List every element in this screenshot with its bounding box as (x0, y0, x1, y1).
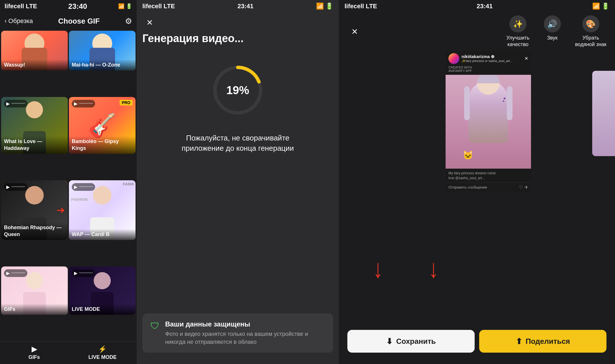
arrow-left: ↓ (373, 256, 383, 282)
generation-panel: lifecell LTE 23:41 📶 🔋 ✕ Генерация видео… (137, 0, 339, 364)
gif-item-wassup[interactable]: Wassup! (1, 31, 68, 71)
arrow-indicator: ➜ (56, 204, 65, 216)
close-icon-panel2: ✕ (146, 18, 153, 27)
live-tab-label: LIVE MODE (88, 354, 116, 360)
tool-sound[interactable]: 🔊 Звук (544, 15, 561, 48)
gif-label-wap: WAP — Cardi B (69, 229, 136, 240)
battery-panel1: 📶 🔋 (118, 3, 132, 9)
caption-area: My fairy princess dreams cometrue @sasha… (446, 169, 531, 183)
play-icon-bamboleo: ▶ 〰〰〰 (72, 100, 95, 107)
play-icon-queen: ▶ 〰〰〰 (4, 183, 27, 191)
tool-watermark[interactable]: 🎨 Убратьводяной знак (575, 15, 606, 48)
video-preview-card: nikiitakarizma ⊕ ✨fairy princess or sash… (446, 51, 531, 192)
enhance-icon: ✨ (509, 15, 526, 32)
username: nikiitakarizma ⊕ (462, 54, 522, 59)
avatarify-badge: CREATED WITHAVATARIFY APP (448, 65, 528, 73)
share-button[interactable]: ⬆ Поделиться (479, 330, 606, 353)
gif-grid: Wassup! Mai-ha-hi — O-Zone ▶ 〰〰〰 What is… (0, 30, 137, 341)
gif-label-maihahi: Mai-ha-hi — O-Zone (69, 59, 136, 71)
gif-item-queen[interactable]: ▶ 〰〰〰 ➜ Bohemian Rhapsody — Queen (1, 180, 68, 240)
generation-title: Генерация видео... (142, 32, 333, 45)
tab-live[interactable]: ⚡ LIVE MODE (68, 342, 137, 364)
gif-item-wap[interactable]: FASHI FASHION ▶ 〰〰〰 WAP — Cardi B (69, 180, 136, 240)
sound-label: Звук (547, 35, 557, 41)
close-button-panel2[interactable]: ✕ (142, 15, 157, 30)
video-content: 🐱 (446, 75, 531, 169)
back-label: Обрезка (8, 17, 33, 25)
gif-label-queen: Bohemian Rhapsody — Queen (1, 222, 68, 240)
security-box: 🛡 Ваши данные защищены Фото и видео хран… (142, 313, 333, 353)
preview-area: nikiitakarizma ⊕ ✨fairy princess or sash… (339, 48, 615, 324)
pro-badge: PRO (120, 100, 133, 106)
gifs-tab-icon: ▶ (32, 345, 37, 353)
status-bar-panel3: lifecell LTE 23:41 📶 🔋 (339, 0, 615, 13)
live-tab-icon: ⚡ (98, 345, 107, 353)
send-message-text: Отправить сообщение (448, 185, 487, 189)
caption-text: My fairy princess dreams cometrue @sasha… (448, 171, 528, 181)
nav-bar-panel1: ‹ Обрезка Choose GIF ⚙ (0, 13, 137, 30)
arrow-right: ↓ (429, 256, 438, 282)
gif-item-whatlove[interactable]: ▶ 〰〰〰 What is Love — Haddaway (1, 97, 68, 154)
choose-gif-panel: lifecell LTE 23:40 📶 🔋 ‹ Обрезка Choose … (0, 0, 137, 364)
play-icon-wap: ▶ 〰〰〰 (72, 183, 95, 191)
back-chevron-icon: ‹ (5, 17, 7, 25)
save-icon: ⬇ (386, 337, 393, 346)
carrier-panel3: lifecell LTE (345, 3, 377, 10)
play-icon-live: ▶ 〰〰〰 (72, 269, 95, 277)
icons-panel2: 📶 🔋 (316, 3, 333, 10)
carrier-panel1: lifecell LTE (5, 3, 37, 10)
page-title: Choose GIF (58, 17, 100, 26)
share-icon: ⬆ (516, 337, 522, 346)
play-icon-whatlove: ▶ 〰〰〰 (4, 100, 27, 107)
time-panel2: 23:41 (237, 3, 253, 10)
save-label: Сохранить (396, 337, 436, 346)
generation-subtitle: Пожалуйста, не сворачивайте приложение д… (142, 133, 333, 154)
watermark-label: Убратьводяной знак (575, 35, 606, 48)
cat-element: 🐱 (463, 150, 473, 160)
gear-icon[interactable]: ⚙ (125, 16, 132, 26)
user-avatar (448, 53, 459, 64)
tools-area: ✨ Улучшитькачество 🔊 Звук 🎨 Убратьводяно… (362, 15, 606, 48)
tab-gifs[interactable]: ▶ GIFs (0, 342, 68, 364)
result-panel: lifecell LTE 23:41 📶 🔋 ✕ ✨ Улучшитькачес… (339, 0, 615, 364)
subtitle-line2: приложение до конца генерации (182, 144, 294, 152)
gif-item-bamboleo[interactable]: 🎸 ▶ 〰〰〰 PRO Bamboléo — Gipsy Kings (69, 97, 136, 154)
play-icon-gifs: ▶ 〰〰〰 (4, 269, 27, 277)
icons-panel3: 📶 🔋 (592, 3, 609, 10)
action-buttons: ⬇ Сохранить ⬆ Поделиться (339, 324, 615, 364)
watermark-icon: 🎨 (582, 15, 599, 32)
gif-item-maihahi[interactable]: Mai-ha-hi — O-Zone (69, 31, 136, 71)
time-panel1: 23:40 (68, 2, 87, 11)
save-button[interactable]: ⬇ Сохранить (347, 330, 475, 353)
share-label: Поделиться (526, 337, 570, 346)
preview-card-partial (592, 71, 615, 156)
story-close-icon[interactable]: ✕ (524, 56, 528, 61)
status-bar-panel2: lifecell LTE 23:41 📶 🔋 (142, 0, 333, 13)
progress-container: 19% (212, 65, 263, 116)
shield-icon: 🛡 (150, 321, 159, 331)
back-button[interactable]: ‹ Обрезка (5, 17, 33, 25)
user-info: nikiitakarizma ⊕ ✨fairy princess or sash… (462, 54, 522, 63)
progress-circle: 19% (212, 65, 263, 116)
security-title: Ваши данные защищены (165, 320, 325, 328)
gifs-tab-label: GIFs (28, 354, 40, 360)
gif-label-gifs: GIFs (1, 304, 68, 315)
gif-item-gifs[interactable]: ▶ 〰〰〰 GIFs (1, 266, 68, 315)
subtitle-line1: Пожалуйста, не сворачивайте (186, 134, 290, 142)
progress-text: 19% (226, 84, 249, 97)
arrows-area: ↓ ↓ (373, 259, 438, 279)
send-message-bar[interactable]: Отправить сообщение ♡ ✈ (446, 183, 531, 192)
sound-icon: 🔊 (544, 15, 561, 32)
gif-label-wassup: Wassup! (1, 59, 68, 71)
gif-label-live: LIVE MODE (69, 304, 136, 315)
send-icons: ♡ ✈ (519, 185, 528, 190)
gif-item-live[interactable]: ▶ 〰〰〰 LIVE MODE (69, 266, 136, 315)
tool-enhance[interactable]: ✨ Улучшитькачество (506, 15, 529, 48)
time-panel3: 23:41 (477, 3, 493, 10)
enhance-label: Улучшитькачество (506, 35, 529, 48)
gif-label-bamboleo: Bamboléo — Gipsy Kings (69, 136, 136, 154)
close-button-panel3[interactable]: ✕ (347, 24, 362, 39)
security-text: Ваши данные защищены Фото и видео хранят… (165, 320, 325, 346)
status-bar-panel1: lifecell LTE 23:40 📶 🔋 (0, 0, 137, 13)
bottom-tabs: ▶ GIFs ⚡ LIVE MODE (0, 341, 137, 364)
